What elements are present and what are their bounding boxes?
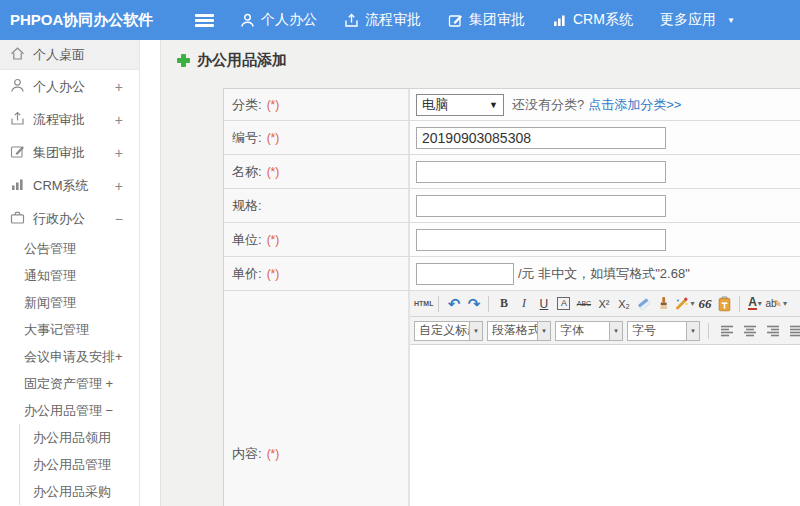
expand-plus-icon[interactable]: + [115, 178, 123, 194]
bar-chart-icon [10, 177, 25, 195]
form-row-spec: 规格: [224, 189, 800, 223]
form-row-name: 名称: (*) [224, 155, 800, 189]
expand-plus-icon[interactable]: + [115, 112, 123, 128]
add-plus-icon [177, 54, 190, 67]
blockquote-button[interactable]: 66 [695, 294, 714, 313]
spec-label: 规格: [232, 197, 262, 215]
required-mark: (*) [267, 165, 280, 179]
nav-item-workflow-approval[interactable]: 流程审批 [344, 11, 421, 29]
add-category-link[interactable]: 点击添加分类>> [588, 96, 681, 114]
briefcase-icon [10, 210, 25, 228]
format-brush-button[interactable] [654, 294, 673, 313]
sidebar: 个人桌面 个人办公 + 流程审批 + 集团审批 + CRM系统 + 行政办公 − [0, 40, 160, 506]
sidebar-subitem-memorabilia[interactable]: 大事记管理 [0, 316, 139, 343]
sidebar-subitem-supplies-claim[interactable]: 办公用品领用 [20, 424, 139, 451]
nav-item-crm[interactable]: CRM系统 [552, 11, 633, 29]
expand-plus-icon[interactable]: + [115, 79, 123, 95]
sidebar-subitem-supplies-manage[interactable]: 办公用品管理 [20, 451, 139, 478]
rich-text-editor: HTML ↶ ↷ B I U A ABC X² X₂ ▾ 66 [410, 291, 800, 506]
sidebar-subitem-office-supplies[interactable]: 办公用品管理 − [0, 397, 139, 424]
unit-label: 单位: [232, 231, 262, 249]
sidebar-item-personal-office[interactable]: 个人办公 + [0, 70, 139, 103]
price-format-hint: /元 非中文，如填写格式"2.68" [518, 265, 690, 283]
align-left-button[interactable] [717, 321, 736, 340]
sidebar-subitem-news[interactable]: 新闻管理 [0, 289, 139, 316]
char-border-button[interactable]: A [554, 294, 573, 313]
subscript-button[interactable]: X₂ [614, 294, 633, 313]
main-content: 办公用品添加 分类: (*) 电脑 ▼ 还没有分类? 点击添加分类>> 编号: … [160, 40, 800, 506]
page-title: 办公用品添加 [177, 51, 287, 70]
price-input[interactable] [416, 263, 514, 285]
content-label: 内容: [232, 445, 262, 463]
nav-item-group-approval[interactable]: 集团审批 [448, 11, 525, 29]
caret-down-icon: ▼ [727, 16, 735, 25]
export-icon [10, 111, 25, 129]
required-mark: (*) [267, 447, 280, 461]
sidebar-item-desktop[interactable]: 个人桌面 [0, 40, 139, 70]
remove-format-eraser-button[interactable] [634, 294, 653, 313]
html-source-button[interactable]: HTML [414, 294, 433, 313]
category-label: 分类: [232, 96, 262, 114]
category-select[interactable]: 电脑 ▼ [416, 94, 504, 116]
align-center-button[interactable] [740, 321, 759, 340]
nav-item-personal-office[interactable]: 个人办公 [240, 11, 317, 29]
required-mark: (*) [267, 98, 280, 112]
align-justify-button[interactable] [786, 321, 800, 340]
required-mark: (*) [267, 267, 280, 281]
sidebar-item-workflow-approval[interactable]: 流程审批 + [0, 103, 139, 136]
caret-down-icon: ▾ [538, 321, 551, 341]
user-icon [240, 13, 255, 28]
strikethrough-button[interactable]: ABC [574, 294, 593, 313]
auto-typeset-button[interactable]: ▾ [674, 294, 694, 313]
form-row-content: 内容: (*) HTML ↶ ↷ B I U A ABC X² X₂ [224, 291, 800, 506]
editor-toolbar-row1: HTML ↶ ↷ B I U A ABC X² X₂ ▾ 66 [410, 291, 800, 317]
edit-icon [448, 13, 463, 28]
nav-item-more-apps[interactable]: 更多应用 ▼ [660, 11, 735, 29]
user-icon [10, 78, 25, 96]
name-label: 名称: [232, 163, 262, 181]
font-color-button[interactable]: A▾ [745, 294, 764, 313]
expand-plus-icon[interactable]: + [115, 145, 123, 161]
sidebar-subitem-fixed-assets[interactable]: 固定资产管理 + [0, 370, 139, 397]
app-logo: PHPOA协同办公软件 [10, 0, 153, 40]
paste-plain-text-button[interactable] [715, 294, 734, 313]
required-mark: (*) [267, 233, 280, 247]
underline-button[interactable]: U [534, 294, 553, 313]
caret-down-icon: ▾ [610, 321, 623, 341]
spec-input[interactable] [416, 195, 666, 217]
paragraph-format-dropdown[interactable]: 段落格式 ▾ [487, 321, 551, 341]
hamburger-menu-icon[interactable] [195, 14, 214, 17]
collapse-minus-icon[interactable]: − [115, 211, 123, 227]
redo-button[interactable]: ↷ [464, 294, 483, 313]
font-size-dropdown[interactable]: 字号 ▾ [627, 321, 700, 341]
highlight-color-button[interactable]: ab✎▾ [765, 294, 787, 313]
code-input[interactable] [416, 127, 666, 149]
form-row-price: 单价: (*) /元 非中文，如填写格式"2.68" [224, 257, 800, 291]
caret-down-icon: ▾ [783, 299, 787, 308]
caret-down-icon: ▾ [758, 299, 762, 308]
supplies-add-form: 分类: (*) 电脑 ▼ 还没有分类? 点击添加分类>> 编号: (*) [223, 88, 800, 506]
font-family-dropdown[interactable]: 字体 ▾ [555, 321, 623, 341]
bold-button[interactable]: B [494, 294, 513, 313]
sidebar-subitem-notice[interactable]: 通知管理 [0, 262, 139, 289]
editor-toolbar-row2: 自定义标题 ▾ 段落格式 ▾ 字体 ▾ 字号 ▾ [410, 317, 800, 345]
italic-button[interactable]: I [514, 294, 533, 313]
unit-input[interactable] [416, 229, 666, 251]
sidebar-subitem-announcement[interactable]: 公告管理 [0, 235, 139, 262]
sidebar-item-crm[interactable]: CRM系统 + [0, 169, 139, 202]
caret-down-icon: ▾ [470, 321, 483, 341]
home-icon [10, 46, 25, 64]
name-input[interactable] [416, 161, 666, 183]
sidebar-subitem-supplies-purchase[interactable]: 办公用品采购 [20, 478, 139, 505]
undo-button[interactable]: ↶ [444, 294, 463, 313]
edit-icon [10, 144, 25, 162]
form-row-category: 分类: (*) 电脑 ▼ 还没有分类? 点击添加分类>> [224, 89, 800, 121]
sidebar-subitem-meeting[interactable]: 会议申请及安排+ [0, 343, 139, 370]
no-category-hint: 还没有分类? [512, 96, 584, 114]
sidebar-item-group-approval[interactable]: 集团审批 + [0, 136, 139, 169]
editor-content-area[interactable] [410, 345, 800, 506]
custom-title-dropdown[interactable]: 自定义标题 ▾ [414, 321, 483, 341]
sidebar-item-admin-office[interactable]: 行政办公 − [0, 202, 139, 235]
align-right-button[interactable] [763, 321, 782, 340]
superscript-button[interactable]: X² [594, 294, 613, 313]
